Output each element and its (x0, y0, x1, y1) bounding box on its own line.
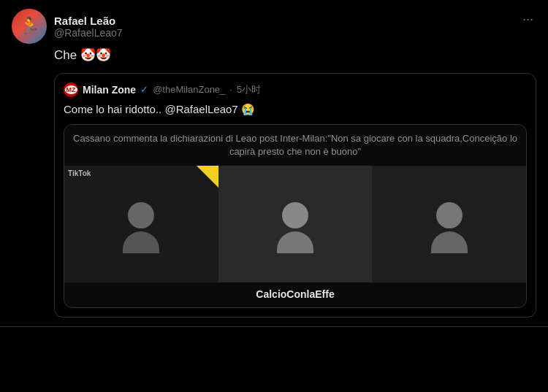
yellow-corner (197, 166, 218, 188)
display-name: Rafael Leão (54, 15, 123, 27)
quoted-avatar: MZ (64, 82, 78, 97)
channel-name: CalcioConlaEffe (64, 283, 526, 307)
quoted-tweet-text: Come lo hai ridotto.. @RafaelLeao7 😭 (55, 101, 536, 124)
quoted-time: 5小时 (237, 83, 261, 96)
separator-dot: · (229, 84, 232, 95)
video-panel-right (372, 166, 526, 283)
video-panels: TikTok (64, 166, 526, 283)
quoted-tweet-header: MZ Milan Zone ✓ @theMilanZone_ · 5小时 (55, 74, 536, 101)
quoted-tweet[interactable]: MZ Milan Zone ✓ @theMilanZone_ · 5小时 Com… (54, 73, 536, 318)
video-panel-left: TikTok (64, 166, 218, 283)
tiktok-logo: TikTok (68, 169, 91, 177)
tweet-container: 🏃 Rafael Leão @RafaelLeao7 ··· Che 🤡🤡 MZ… (0, 0, 548, 327)
tweet-header: 🏃 Rafael Leão @RafaelLeao7 ··· (12, 9, 536, 44)
avatar: 🏃 (12, 9, 47, 44)
author-info: Rafael Leão @RafaelLeao7 (54, 15, 123, 39)
quoted-display-name: Milan Zone (83, 84, 136, 96)
tweet-text: Che 🤡🤡 (54, 47, 536, 64)
more-options-button[interactable]: ··· (520, 9, 536, 30)
video-panel-middle (218, 166, 373, 283)
tweet-author: 🏃 Rafael Leão @RafaelLeao7 (12, 9, 123, 44)
username: @RafaelLeao7 (54, 27, 123, 39)
quoted-username: @theMilanZone_ (153, 84, 225, 95)
verified-icon: ✓ (140, 84, 148, 95)
video-card[interactable]: Cassano commenta la dichiarazioni di Lea… (64, 124, 527, 308)
video-thumbnail: TikTok (64, 166, 526, 283)
video-caption: Cassano commenta la dichiarazioni di Lea… (64, 125, 526, 166)
